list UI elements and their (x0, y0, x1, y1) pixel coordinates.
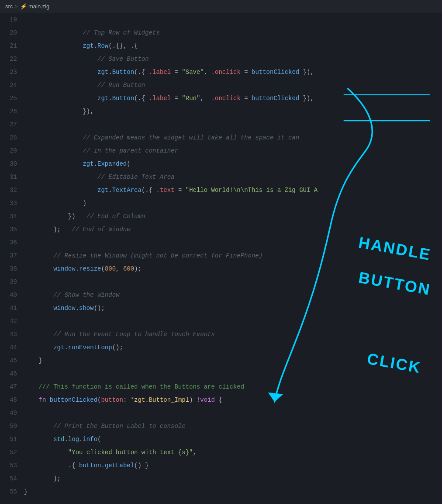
code-line-30: 30 zgt.Expanded( (0, 157, 442, 170)
code-line-31: 31 // Editable Text Area (0, 170, 442, 184)
code-line-44: 44 zgt.runEventLoop(); (0, 341, 442, 354)
code-line-52: 52 "You clicked button with text {s}", (0, 446, 442, 459)
code-line-53: 53 .{ button.getLabel() } (0, 459, 442, 472)
code-line-34: 34 }) // End of Column (0, 210, 442, 223)
code-line-24: 24 // Run Button (0, 79, 442, 92)
code-line-39: 39 (0, 275, 442, 288)
code-line-23: 23 zgt.Button(.{ .label = "Save", .oncli… (0, 66, 442, 79)
code-line-36: 36 (0, 236, 442, 249)
code-line-37: 37 // Resize the Window (might not be co… (0, 249, 442, 262)
code-line-54: 54 ); (0, 472, 442, 485)
code-line-21: 21 zgt.Row(.{}, .{ (0, 39, 442, 52)
code-line-42: 42 (0, 315, 442, 328)
code-line-38: 38 window.resize(800, 600); (0, 262, 442, 275)
code-line-50: 50 // Print the Button Label to console (0, 420, 442, 433)
code-line-29: 29 // in the parent container (0, 144, 442, 157)
title-bar: src > ⚡ main.zig (0, 0, 442, 13)
code-line-28: 28 // Expanded means the widget will tak… (0, 131, 442, 144)
code-line-43: 43 // Run the Event Loop to handle Touch… (0, 328, 442, 341)
code-line-46: 46 (0, 367, 442, 380)
code-line-51: 51 std.log.info( (0, 433, 442, 446)
code-line-35: 35 ); // End of Window (0, 223, 442, 236)
code-line-26: 26 }), (0, 105, 442, 118)
breadcrumb-src: src (5, 3, 13, 10)
code-line-22: 22 // Save Button (0, 52, 442, 66)
code-line-41: 41 window.show(); (0, 302, 442, 315)
code-line-49: 49 (0, 407, 442, 420)
code-line-40: 40 // Show the Window (0, 288, 442, 302)
code-line-48: 48 fn buttonClicked(button: *zgt.Button_… (0, 393, 442, 407)
zig-icon: ⚡ (20, 3, 27, 10)
code-editor: 19 20 // Top Row of Widgets 21 zgt.Row(.… (0, 13, 442, 498)
code-line-27: 27 (0, 118, 442, 131)
code-line-33: 33 ) (0, 197, 442, 210)
breadcrumb-sep1: > (14, 3, 18, 10)
code-line-19: 19 (0, 13, 442, 26)
code-line-20: 20 // Top Row of Widgets (0, 26, 442, 39)
code-line-55: 55 } (0, 485, 442, 498)
code-line-32: 32 zgt.TextArea(.{ .text = "Hello World!… (0, 184, 442, 197)
code-line-47: 47 /// This function is called when the … (0, 380, 442, 393)
code-line-45: 45 } (0, 354, 442, 367)
breadcrumb-filename: main.zig (28, 3, 49, 10)
code-line-25: 25 zgt.Button(.{ .label = "Run", .onclic… (0, 92, 442, 105)
